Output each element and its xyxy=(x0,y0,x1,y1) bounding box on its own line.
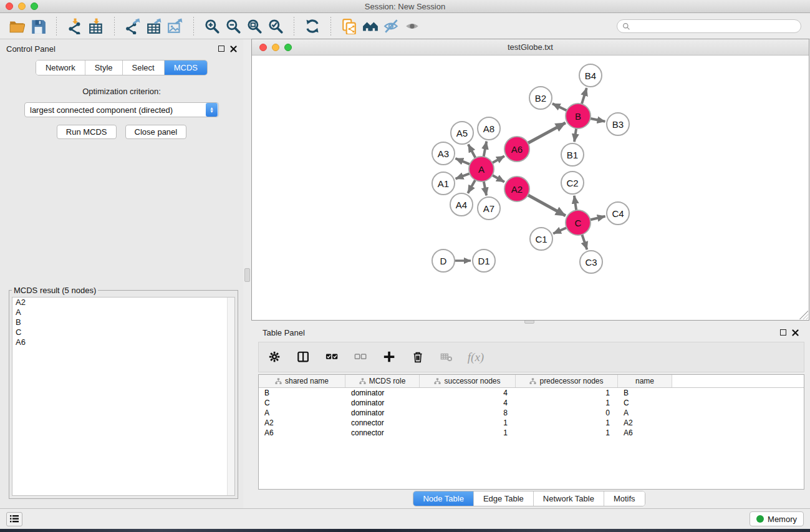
graph-node-B4[interactable]: B4 xyxy=(579,64,602,87)
table-cell[interactable]: B xyxy=(259,389,345,397)
resize-grip-icon[interactable] xyxy=(799,311,808,319)
table-row[interactable]: Bdominator41B xyxy=(259,388,804,398)
table-cell[interactable]: A2 xyxy=(259,418,345,427)
deselect-all-icon[interactable] xyxy=(352,349,370,366)
save-session-icon[interactable] xyxy=(27,17,49,36)
minimize-window-button[interactable] xyxy=(18,2,26,10)
settings-icon[interactable] xyxy=(266,349,284,366)
graph-node-B2[interactable]: B2 xyxy=(529,86,552,110)
table-cell[interactable]: 4 xyxy=(420,389,516,397)
tab-edge-table[interactable]: Edge Table xyxy=(474,491,534,506)
close-panel-button[interactable]: Close panel xyxy=(125,125,187,139)
graph-node-A7[interactable]: A7 xyxy=(477,196,501,220)
table-cell[interactable]: dominator xyxy=(345,389,420,397)
home-icon[interactable] xyxy=(360,17,381,36)
tab-network-table[interactable]: Network Table xyxy=(534,491,604,506)
table-row[interactable]: Adominator80A xyxy=(259,408,804,418)
table-cell[interactable]: dominator xyxy=(345,399,420,407)
zoom-selected-icon[interactable] xyxy=(265,17,286,36)
delete-icon[interactable] xyxy=(410,349,427,366)
tab-node-table[interactable]: Node Table xyxy=(413,491,474,506)
table-cell[interactable]: A6 xyxy=(259,428,345,437)
result-item[interactable]: A xyxy=(12,307,234,317)
network-canvas[interactable]: ABCA2A6A1A3A4A5A7A8B1B2B3B4C1C2C3C4DD1 xyxy=(253,56,808,320)
table-header[interactable]: shared nameMCDS rolesuccessor nodesprede… xyxy=(259,375,804,388)
export-image-icon[interactable] xyxy=(165,17,186,36)
table-cell[interactable]: dominator xyxy=(345,409,420,417)
criterion-dropdown[interactable]: largest connected component (directed) ▲… xyxy=(24,102,219,117)
table-cell[interactable]: 0 xyxy=(516,409,618,417)
table-cell[interactable]: 4 xyxy=(420,399,516,407)
function-icon[interactable]: f(x) xyxy=(467,349,485,366)
duplicate-network-icon[interactable] xyxy=(339,17,360,36)
table-row[interactable]: Cdominator41C xyxy=(259,398,804,408)
table-row[interactable]: A6connector11A6 xyxy=(259,428,804,438)
graph-node-C2[interactable]: C2 xyxy=(561,171,584,195)
table-cell[interactable]: 1 xyxy=(516,428,618,437)
table-cell[interactable]: 8 xyxy=(420,409,516,417)
graph-node-A8[interactable]: A8 xyxy=(477,117,501,140)
run-mcds-button[interactable]: Run MCDS xyxy=(57,125,117,139)
float-table-panel-icon[interactable] xyxy=(780,329,786,336)
refresh-icon[interactable] xyxy=(302,17,323,36)
table-cell[interactable]: A xyxy=(259,409,345,417)
add-column-icon[interactable] xyxy=(381,349,398,366)
delete-table-icon[interactable] xyxy=(438,349,456,366)
window-titlebar[interactable]: Session: New Session xyxy=(0,0,810,13)
graph-node-A1[interactable]: A1 xyxy=(432,172,455,195)
column-icon[interactable] xyxy=(295,349,312,366)
zoom-out-icon[interactable] xyxy=(223,17,244,36)
result-item[interactable]: C xyxy=(12,327,234,337)
zoom-fit-icon[interactable] xyxy=(244,17,265,36)
search-input[interactable] xyxy=(634,22,796,31)
graph-node-A6[interactable]: A6 xyxy=(504,136,530,162)
zoom-in-icon[interactable] xyxy=(201,17,223,36)
table-cell[interactable]: B xyxy=(618,389,672,397)
search-box[interactable] xyxy=(617,19,801,33)
graph-node-C[interactable]: C xyxy=(565,210,591,236)
graph-node-B1[interactable]: B1 xyxy=(561,143,584,167)
graph-node-D[interactable]: D xyxy=(432,249,455,273)
table-cell[interactable]: 1 xyxy=(516,389,618,397)
tab-select[interactable]: Select xyxy=(123,60,165,75)
node-table[interactable]: shared nameMCDS rolesuccessor nodesprede… xyxy=(258,374,804,490)
memory-button[interactable]: Memory xyxy=(750,511,804,526)
close-table-panel-icon[interactable] xyxy=(792,329,799,336)
table-cell[interactable]: C xyxy=(618,399,672,407)
import-network-icon[interactable] xyxy=(64,17,85,36)
table-cell[interactable]: 1 xyxy=(420,418,516,427)
table-cell[interactable]: A xyxy=(618,409,672,417)
graph-node-A3[interactable]: A3 xyxy=(432,142,455,165)
result-item[interactable]: A6 xyxy=(12,337,234,347)
graph-node-C3[interactable]: C3 xyxy=(579,250,603,274)
graph-node-A2[interactable]: A2 xyxy=(504,176,530,202)
show-all-icon[interactable] xyxy=(402,17,423,36)
table-cell[interactable]: connector xyxy=(345,428,420,437)
network-close-button[interactable] xyxy=(259,44,267,51)
tab-motifs[interactable]: Motifs xyxy=(604,491,645,506)
tab-network[interactable]: Network xyxy=(36,60,85,75)
graph-node-A[interactable]: A xyxy=(468,156,494,182)
table-cell[interactable]: C xyxy=(259,399,345,407)
table-cell[interactable]: 1 xyxy=(420,428,516,437)
table-row[interactable]: A2connector11A2 xyxy=(259,418,804,428)
vertical-splitter-handle[interactable] xyxy=(244,268,250,282)
graph-node-A4[interactable]: A4 xyxy=(450,193,473,216)
table-body[interactable]: Bdominator41BCdominator41CAdominator80AA… xyxy=(259,388,804,438)
tab-style[interactable]: Style xyxy=(85,60,123,75)
export-table-icon[interactable] xyxy=(143,17,165,36)
task-history-button[interactable] xyxy=(6,512,22,526)
mcds-result-list[interactable]: A2ABCA6 xyxy=(12,297,235,496)
close-panel-icon[interactable] xyxy=(230,46,237,52)
network-window-titlebar[interactable]: testGlobe.txt xyxy=(252,39,809,56)
graph-node-B3[interactable]: B3 xyxy=(606,112,630,136)
graph-node-A5[interactable]: A5 xyxy=(450,121,474,145)
table-cell[interactable]: 1 xyxy=(516,399,618,407)
result-item[interactable]: B xyxy=(12,317,234,327)
export-network-icon[interactable] xyxy=(122,17,143,36)
result-item[interactable]: A2 xyxy=(12,297,234,307)
column-header-successor-nodes[interactable]: successor nodes xyxy=(420,375,516,387)
table-cell[interactable]: connector xyxy=(345,418,420,427)
column-header-shared-name[interactable]: shared name xyxy=(259,375,345,387)
column-header-MCDS-role[interactable]: MCDS role xyxy=(345,375,420,387)
